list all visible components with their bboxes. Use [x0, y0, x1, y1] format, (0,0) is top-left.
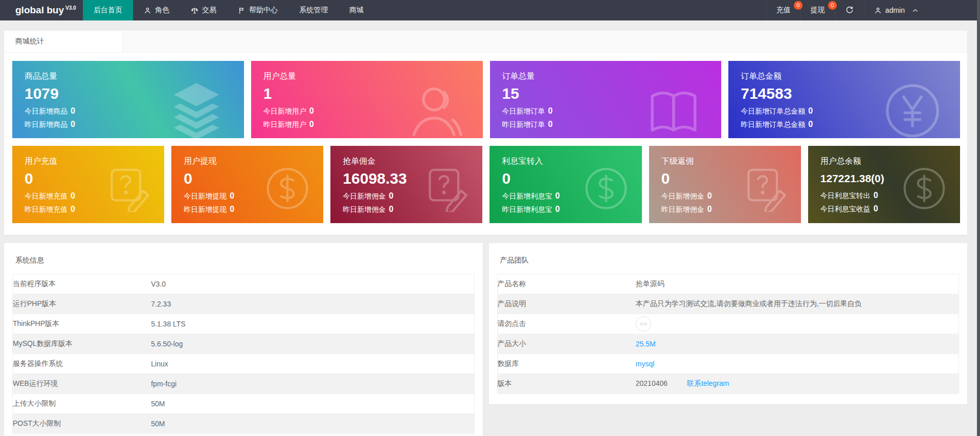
withdraw-button[interactable]: 提现 0: [800, 0, 835, 20]
user-icon: [874, 7, 882, 14]
value-link[interactable]: mysql: [636, 360, 655, 368]
window-scrollbar[interactable]: [977, 0, 980, 436]
row-label: 请勿点击: [497, 314, 636, 334]
table-row: WEB运行环境fpm-fcgi: [13, 374, 475, 394]
tab-label: 商城统计: [15, 37, 44, 46]
dollar-circle-icon: [901, 165, 948, 212]
row-value: 25.5M: [636, 334, 959, 354]
nav-item-1[interactable]: 角色: [133, 0, 180, 20]
404-badge-icon: 404: [636, 316, 651, 332]
row-value: mysql: [636, 354, 959, 374]
row-label: WEB运行环境: [13, 374, 151, 394]
table-row: 上传大小限制50M: [13, 394, 475, 414]
row-label: 产品名称: [497, 274, 636, 294]
nav-item-4[interactable]: 系统管理: [288, 0, 339, 20]
yen-circle-icon: [882, 80, 943, 138]
table-row: MySQL数据库版本5.6.50-log: [13, 334, 475, 354]
nav-item-5[interactable]: 商城: [339, 0, 374, 20]
stat-card-doc-question-0: 用户充值0今日新增充值0昨日新增充值0: [12, 146, 164, 223]
app-title: global buy: [15, 5, 64, 16]
stats-row-2: 用户充值0今日新增充值0昨日新增充值0用户提现0今日新增提现0昨日新增提现0抢单…: [12, 146, 960, 223]
row-value: 5.1.38 LTS: [151, 314, 474, 334]
table-row: 产品大小25.5M: [497, 334, 959, 354]
row-label: 运行PHP版本: [13, 294, 151, 314]
row-value: fpm-fcgi: [151, 374, 474, 394]
table-row: POST大小限制50M: [13, 414, 475, 434]
stat-card-doc-question-2: 抢单佣金16098.33今日新增佣金0昨日新增佣金0: [330, 146, 482, 223]
row-value: 抢单源码: [636, 274, 959, 294]
row-value-text: 20210406: [636, 379, 667, 387]
table-row: 版本20210406联系telegram: [497, 374, 959, 394]
admin-username: admin: [885, 6, 905, 14]
row-label: 产品说明: [497, 294, 636, 314]
nav-item-label: 帮助中心: [249, 6, 278, 15]
app-version: V3.0: [65, 5, 76, 11]
recharge-button[interactable]: 充值 0: [766, 0, 800, 20]
row-value: Linux: [151, 354, 474, 374]
stat-card-dollar-circle-3: 利息宝转入0今日新增利息宝0昨日新增利息宝0: [489, 146, 641, 223]
row-label: ThinkPHP版本: [13, 314, 151, 334]
system-info-table: 当前程序版本V3.0运行PHP版本7.2.33ThinkPHP版本5.1.38 …: [12, 274, 475, 434]
nav-item-label: 角色: [155, 6, 169, 15]
row-value: 20210406联系telegram: [636, 374, 959, 394]
product-team-rows: 产品名称抢单源码产品说明本产品只为学习测试交流,请勿要做商业或者用于违法行为,一…: [497, 274, 959, 394]
stat-card-layers-0: 商品总量1079今日新增商品0昨日新增商品0: [12, 61, 244, 138]
row-label: 版本: [497, 374, 636, 394]
doc-question-icon: [742, 165, 789, 212]
product-team-panel: 产品团队 产品名称抢单源码产品说明本产品只为学习测试交流,请勿要做商业或者用于违…: [489, 243, 968, 404]
withdraw-label: 提现: [811, 6, 825, 15]
recharge-label: 充值: [776, 6, 791, 15]
row-label: 产品大小: [497, 334, 636, 354]
table-row: 请勿点击404: [497, 314, 959, 334]
refresh-button[interactable]: [835, 0, 864, 20]
product-team-table: 产品名称抢单源码产品说明本产品只为学习测试交流,请勿要做商业或者用于违法行为,一…: [497, 274, 960, 394]
stat-card-yen-circle-3: 订单总金额714583今日新增订单总金额0昨日新增订单总金额0: [728, 61, 960, 138]
row-label: MySQL数据库版本: [13, 334, 151, 354]
nav-item-2[interactable]: 交易: [180, 0, 227, 20]
stat-card-dollar-circle-5: 用户总余额127221.38(0)今日利息宝转出0今日利息宝收益0: [808, 146, 960, 223]
row-value: 7.2.33: [151, 294, 474, 314]
table-row: 服务器操作系统Linux: [13, 354, 475, 374]
nav-menu: 后台首页角色交易帮助中心系统管理商城: [83, 0, 374, 20]
stats-tabbar: 商城统计: [4, 31, 967, 53]
row-value: 本产品只为学习测试交流,请勿要做商业或者用于违法行为,一切后果自负: [636, 294, 959, 314]
book-icon: [643, 80, 704, 138]
row-label: 上传大小限制: [13, 394, 151, 414]
top-navbar: global buy V3.0 后台首页角色交易帮助中心系统管理商城 充值 0 …: [0, 0, 980, 20]
value-link[interactable]: 25.5M: [636, 340, 656, 348]
row-value-text: 抢单源码: [636, 279, 664, 288]
nav-item-label: 系统管理: [299, 6, 328, 15]
stat-card-user-1: 用户总量1今日新增用户0昨日新增用户0: [251, 61, 483, 138]
doc-question-icon: [105, 165, 152, 212]
stat-card-doc-question-4: 下级返佣0今日新增佣金0昨日新增佣金0: [649, 146, 801, 223]
system-info-title: 系统信息: [12, 243, 475, 274]
table-row: 运行PHP版本7.2.33: [13, 294, 475, 314]
nav-item-label: 后台首页: [94, 6, 122, 15]
nav-item-3[interactable]: 帮助中心: [227, 0, 288, 20]
system-info-rows: 当前程序版本V3.0运行PHP版本7.2.33ThinkPHP版本5.1.38 …: [13, 274, 475, 434]
page-body: 商城统计 商品总量1079今日新增商品0昨日新增商品0用户总量1今日新增用户0昨…: [0, 20, 980, 436]
product-team-title: 产品团队: [497, 243, 960, 274]
flag-icon: [238, 7, 246, 14]
tab-mall-statistics[interactable]: 商城统计: [4, 31, 123, 52]
row-value: V3.0: [151, 274, 474, 294]
nav-item-label: 商城: [349, 6, 364, 15]
row-value: 50M: [151, 414, 474, 434]
person-icon: [144, 7, 151, 14]
table-row: 当前程序版本V3.0: [13, 274, 475, 294]
stat-card-book-2: 订单总量15今日新增订单0昨日新增订单0: [490, 61, 722, 138]
system-info-panel: 系统信息 当前程序版本V3.0运行PHP版本7.2.33ThinkPHP版本5.…: [4, 243, 483, 436]
table-row: 产品名称抢单源码: [497, 274, 959, 294]
doc-question-icon: [423, 165, 470, 212]
row-label: 当前程序版本: [13, 274, 151, 294]
chevron-up-icon: [911, 7, 919, 14]
row-value: 5.6.50-log: [151, 334, 474, 354]
nav-item-0[interactable]: 后台首页: [83, 0, 133, 20]
bottom-section: 系统信息 当前程序版本V3.0运行PHP版本7.2.33ThinkPHP版本5.…: [4, 243, 967, 436]
layers-icon: [166, 80, 227, 138]
table-row: 产品说明本产品只为学习测试交流,请勿要做商业或者用于违法行为,一切后果自负: [497, 294, 959, 314]
admin-menu[interactable]: admin: [864, 0, 929, 20]
row-value-text: 本产品只为学习测试交流,请勿要做商业或者用于违法行为,一切后果自负: [636, 299, 862, 308]
user-icon: [405, 80, 465, 138]
telegram-link[interactable]: 联系telegram: [687, 379, 729, 387]
